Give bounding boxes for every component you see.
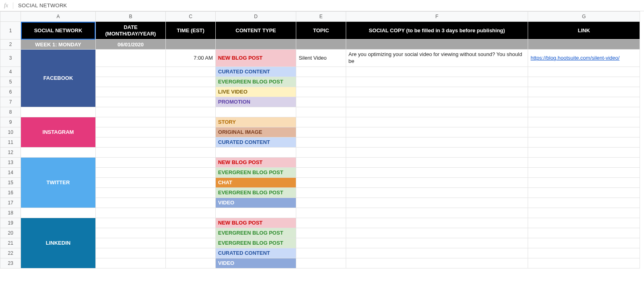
cell[interactable] [166,258,215,268]
cell[interactable] [528,218,640,228]
row-head-22[interactable]: 22 [0,248,21,258]
week-label[interactable]: WEEK 1: MONDAY [21,40,95,50]
cell[interactable] [166,127,215,137]
cell-topic[interactable]: Silent Video [296,50,346,67]
cell[interactable] [166,157,215,167]
cell[interactable] [528,187,640,198]
cell[interactable] [528,198,640,208]
header-social-copy[interactable]: SOCIAL COPY (to be filled in 3 days befo… [346,22,528,40]
cell[interactable] [166,248,215,258]
cell[interactable] [166,97,215,107]
cell[interactable] [346,167,528,177]
cell[interactable] [166,40,215,50]
cell-content-type[interactable]: LIVE VIDEO [215,87,296,97]
row-head-2[interactable]: 2 [0,40,21,50]
col-head-G[interactable]: G [528,12,640,22]
grid[interactable]: A B C D E F G 1 SOCIAL NETWORK DATE (MON… [0,11,640,268]
cell[interactable] [166,87,215,97]
cell[interactable] [296,187,346,198]
cell[interactable] [166,117,215,127]
cell[interactable] [346,157,528,167]
week-date[interactable]: 06/01/2020 [95,40,166,50]
row-head-3[interactable]: 3 [0,50,21,67]
cell-content-type[interactable]: STORY [215,117,296,127]
row-head-18[interactable]: 18 [0,208,21,218]
cell[interactable] [166,77,215,87]
row-head-23[interactable]: 23 [0,258,21,268]
cell[interactable] [346,67,528,77]
cell[interactable] [95,208,166,218]
cell[interactable] [296,67,346,77]
col-head-D[interactable]: D [215,12,296,22]
cell[interactable] [346,77,528,87]
cell[interactable] [21,107,95,117]
cell[interactable] [166,167,215,177]
cell[interactable] [21,147,95,157]
cell[interactable] [95,198,166,208]
cell[interactable] [296,40,346,50]
cell[interactable] [296,198,346,208]
row-head-9[interactable]: 9 [0,117,21,127]
network-facebook[interactable]: FACEBOOK [21,50,95,107]
cell-content-type[interactable]: EVERGREEN BLOG POST [215,167,296,177]
cell-content-type[interactable]: NEW BLOG POST [215,157,296,167]
header-time[interactable]: TIME (EST) [166,22,215,40]
cell[interactable] [528,208,640,218]
cell[interactable] [528,147,640,157]
formula-bar[interactable]: fx SOCIAL NETWORK [0,0,644,11]
cell[interactable] [528,40,640,50]
cell[interactable] [215,40,296,50]
row-head-16[interactable]: 16 [0,187,21,198]
cell-content-type[interactable]: PROMOTION [215,97,296,107]
row-head-5[interactable]: 5 [0,77,21,87]
cell-content-type[interactable]: CURATED CONTENT [215,67,296,77]
cell[interactable] [528,258,640,268]
cell[interactable] [296,238,346,248]
cell[interactable] [296,127,346,137]
row-head-1[interactable]: 1 [0,22,21,40]
cell[interactable] [296,177,346,187]
cell[interactable] [95,50,166,67]
cell[interactable] [95,67,166,77]
header-social-network[interactable]: SOCIAL NETWORK [21,22,95,40]
row-head-17[interactable]: 17 [0,198,21,208]
row-head-20[interactable]: 20 [0,228,21,238]
cell-content-type[interactable]: EVERGREEN BLOG POST [215,187,296,198]
cell-content-type[interactable]: NEW BLOG POST [215,218,296,228]
cell[interactable] [95,228,166,238]
cell[interactable] [528,77,640,87]
link[interactable]: https://blog.hootsuite.com/silent-video/ [530,55,619,61]
network-linkedin[interactable]: LINKEDIN [21,218,95,268]
spreadsheet[interactable]: A B C D E F G 1 SOCIAL NETWORK DATE (MON… [0,11,644,268]
cell[interactable] [528,127,640,137]
cell[interactable] [346,208,528,218]
cell[interactable] [166,198,215,208]
row-head-6[interactable]: 6 [0,87,21,97]
network-twitter[interactable]: TWITTER [21,157,95,208]
cell[interactable] [296,258,346,268]
cell[interactable] [95,157,166,167]
cell[interactable] [528,238,640,248]
row-head-11[interactable]: 11 [0,137,21,147]
cell[interactable] [166,147,215,157]
cell-content-type[interactable]: CURATED CONTENT [215,137,296,147]
cell[interactable] [95,248,166,258]
col-head-C[interactable]: C [166,12,215,22]
row-head-19[interactable]: 19 [0,218,21,228]
cell[interactable] [346,258,528,268]
cell[interactable] [346,40,528,50]
cell[interactable] [346,97,528,107]
cell-social-copy[interactable]: Are you optimizing your social video for… [346,50,528,67]
cell[interactable] [296,167,346,177]
cell[interactable] [528,107,640,117]
cell[interactable] [296,117,346,127]
cell[interactable] [166,187,215,198]
cell[interactable] [296,97,346,107]
cell[interactable] [528,248,640,258]
cell[interactable] [166,238,215,248]
cell[interactable] [166,208,215,218]
cell-content-type[interactable]: EVERGREEN BLOG POST [215,238,296,248]
cell[interactable] [346,238,528,248]
cell[interactable] [296,147,346,157]
cell[interactable] [346,117,528,127]
